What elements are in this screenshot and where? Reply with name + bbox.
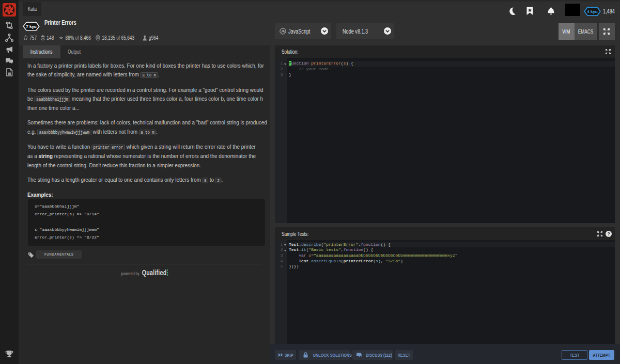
svg-text:?: ? — [607, 231, 610, 236]
svg-text:7 kyu: 7 kyu — [26, 24, 37, 29]
svg-text:4 kyu: 4 kyu — [587, 9, 598, 14]
